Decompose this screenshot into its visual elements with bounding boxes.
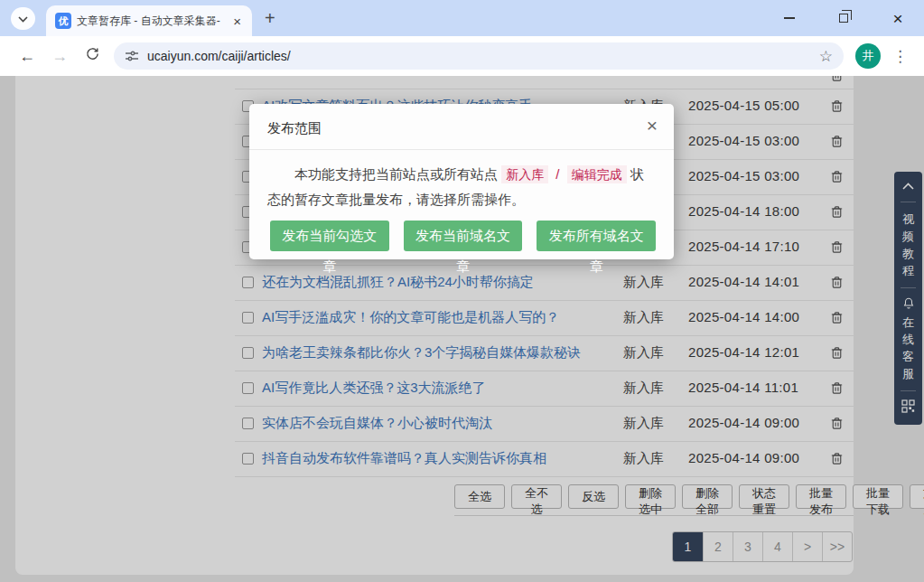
minimize-icon <box>784 17 795 19</box>
browser-toolbar: ← → ucaiyun.com/caiji/articles/ ☆ 井 ⋮ <box>0 36 924 76</box>
tab-title: 文章暂存库 - 自动文章采集器- <box>77 14 226 29</box>
publish-all-domains-button[interactable]: 发布所有域名文章 <box>537 221 656 251</box>
url-text[interactable]: ucaiyun.com/caiji/articles/ <box>147 49 291 63</box>
tab-close-icon[interactable]: × <box>231 14 243 29</box>
dialog-close-icon[interactable]: × <box>647 116 658 135</box>
chevron-down-icon <box>18 10 28 26</box>
publish-current-domain-button[interactable]: 发布当前域名文章 <box>404 221 523 251</box>
publish-checked-button[interactable]: 发布当前勾选文章 <box>270 221 389 251</box>
browser-menu-icon[interactable]: ⋮ <box>892 47 908 66</box>
tag-separator: / <box>555 166 559 182</box>
restore-button[interactable] <box>830 6 857 30</box>
dialog-body: 本功能支持把当前站点或所有站点 新入库 / 编辑完成 状态的暂存文章批量发布，请… <box>249 150 674 212</box>
publish-scope-dialog: 发布范围 × 本功能支持把当前站点或所有站点 新入库 / 编辑完成 状态的暂存文… <box>249 104 674 259</box>
url-bar[interactable]: ucaiyun.com/caiji/articles/ ☆ <box>114 42 844 70</box>
site-info-icon[interactable] <box>125 49 139 63</box>
browser-tab[interactable]: 优 文章暂存库 - 自动文章采集器- × <box>46 5 252 36</box>
site-favicon: 优 <box>55 13 71 29</box>
forward-button: → <box>43 47 76 66</box>
status-tag-new: 新入库 <box>501 165 548 183</box>
tab-search-button[interactable] <box>11 7 35 30</box>
restore-icon <box>839 14 848 23</box>
bookmark-star-icon[interactable]: ☆ <box>819 47 833 66</box>
close-window-button[interactable]: × <box>884 6 911 30</box>
browser-window: 优 文章暂存库 - 自动文章采集器- × + × ← → ucaiyun.com… <box>0 0 924 582</box>
back-button[interactable]: ← <box>11 47 43 66</box>
dialog-header: 发布范围 × <box>249 104 674 150</box>
close-icon: × <box>892 10 902 27</box>
dialog-text-prefix: 本功能支持把当前站点或所有站点 <box>294 166 498 182</box>
status-tag-edited: 编辑完成 <box>567 165 627 183</box>
new-tab-button[interactable]: + <box>265 8 275 29</box>
window-controls: × <box>776 6 924 30</box>
reload-button[interactable] <box>76 46 108 66</box>
profile-avatar[interactable]: 井 <box>855 43 881 69</box>
tab-strip: 优 文章暂存库 - 自动文章采集器- × + × <box>0 0 924 36</box>
dialog-title: 发布范围 <box>267 120 322 137</box>
minimize-button[interactable] <box>776 6 803 30</box>
dialog-actions: 发布当前勾选文章 发布当前域名文章 发布所有域名文章 <box>249 212 674 251</box>
